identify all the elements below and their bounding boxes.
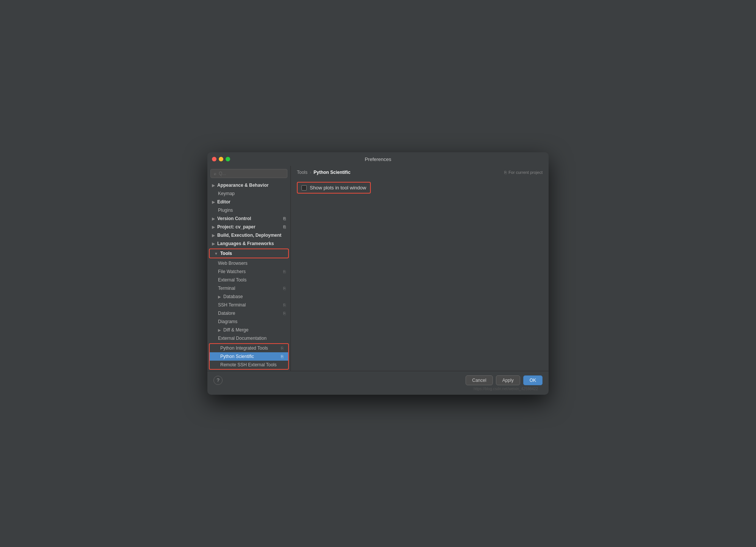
sidebar-label: Tools xyxy=(220,251,232,256)
sidebar-item-external-documentation[interactable]: External Documentation xyxy=(207,334,290,342)
show-plots-label[interactable]: Show plots in tool window xyxy=(301,185,366,191)
close-button[interactable] xyxy=(212,157,216,161)
breadcrumb-current: Python Scientific xyxy=(314,170,350,175)
sidebar-label: File Watchers xyxy=(218,269,246,274)
badge-icon: ⎘ xyxy=(281,346,284,350)
breadcrumb-separator: › xyxy=(310,170,311,175)
project-icon: ⎘ xyxy=(504,170,507,175)
sidebar-item-diff-merge[interactable]: ▶ Diff & Merge xyxy=(207,326,290,334)
sidebar-item-external-tools[interactable]: External Tools xyxy=(207,276,290,284)
sidebar-label: External Tools xyxy=(218,277,246,283)
tools-highlight-box: ▼ Tools xyxy=(209,248,289,258)
sidebar-item-diagrams[interactable]: Diagrams xyxy=(207,317,290,326)
arrow-icon: ▶ xyxy=(218,328,221,332)
sidebar-label: Version Control xyxy=(217,216,251,221)
sidebar-item-build[interactable]: ▶ Build, Execution, Deployment xyxy=(207,231,290,239)
breadcrumb: Tools › Python Scientific ⎘ For current … xyxy=(291,166,549,177)
sidebar-list: ▶ Appearance & Behavior Keymap ▶ Editor … xyxy=(207,181,290,371)
settings-panel: Show plots in tool window xyxy=(291,177,549,371)
show-plots-highlight: Show plots in tool window xyxy=(297,182,371,194)
sidebar-item-tools[interactable]: ▼ Tools xyxy=(210,249,288,258)
show-plots-checkbox[interactable] xyxy=(301,185,307,191)
sidebar-label: Languages & Frameworks xyxy=(217,241,274,246)
python-group-highlight: Python Integrated Tools ⎘ Python Scienti… xyxy=(209,343,289,370)
ok-button[interactable]: OK xyxy=(523,375,543,385)
sidebar-item-datalore[interactable]: Datalore ⎘ xyxy=(207,309,290,317)
sidebar-item-file-watchers[interactable]: File Watchers ⎘ xyxy=(207,267,290,276)
sidebar-label: Web Browsers xyxy=(218,261,248,266)
badge-icon: ⎘ xyxy=(283,311,286,316)
sidebar-label: Project: cv_paper xyxy=(217,224,256,230)
search-icon: ⌕ xyxy=(214,171,216,176)
arrow-icon: ▶ xyxy=(212,183,215,188)
arrow-icon: ▶ xyxy=(212,200,215,204)
sidebar-label: Diagrams xyxy=(218,319,237,324)
arrow-icon: ▶ xyxy=(218,295,221,299)
badge-icon: ⎘ xyxy=(283,225,286,229)
sidebar-label: Remote SSH External Tools xyxy=(220,362,277,367)
sidebar: ⌕ Q... ▶ Appearance & Behavior Keymap ▶ … xyxy=(207,166,291,371)
sidebar-item-web-browsers[interactable]: Web Browsers xyxy=(207,259,290,267)
sidebar-item-python-scientific[interactable]: Python Scientific ⎘ xyxy=(210,352,288,361)
sidebar-label: Datalore xyxy=(218,311,235,316)
sidebar-label: Python Integrated Tools xyxy=(220,345,268,351)
apply-button[interactable]: Apply xyxy=(496,375,520,385)
badge-icon: ⎘ xyxy=(283,269,286,274)
main-content: ⌕ Q... ▶ Appearance & Behavior Keymap ▶ … xyxy=(207,166,549,371)
sidebar-label: Plugins xyxy=(218,208,233,213)
sidebar-label: Build, Execution, Deployment xyxy=(217,233,281,238)
sidebar-item-appearance[interactable]: ▶ Appearance & Behavior xyxy=(207,181,290,189)
sidebar-item-editor[interactable]: ▶ Editor xyxy=(207,198,290,206)
help-button[interactable]: ? xyxy=(213,376,223,385)
content-area: Tools › Python Scientific ⎘ For current … xyxy=(291,166,549,371)
sidebar-item-python-integrated[interactable]: Python Integrated Tools ⎘ xyxy=(210,344,288,352)
sidebar-item-ssh-terminal[interactable]: SSH Terminal ⎘ xyxy=(207,301,290,309)
sidebar-item-plugins[interactable]: Plugins xyxy=(207,206,290,214)
footer-url: https://blog.csdn.net/weixin_42598422 xyxy=(207,386,543,392)
arrow-icon: ▶ xyxy=(212,217,215,221)
sidebar-item-database[interactable]: ▶ Database xyxy=(207,292,290,301)
sidebar-label: Editor xyxy=(217,199,231,205)
show-plots-text: Show plots in tool window xyxy=(310,185,366,191)
footer-right: Cancel Apply OK xyxy=(466,375,543,385)
arrow-icon: ▶ xyxy=(212,242,215,246)
sidebar-item-remote-ssh[interactable]: Remote SSH External Tools xyxy=(210,361,288,369)
sidebar-label: External Documentation xyxy=(218,336,267,341)
badge-icon: ⎘ xyxy=(281,354,284,359)
sidebar-label: Appearance & Behavior xyxy=(217,183,268,188)
maximize-button[interactable] xyxy=(226,157,230,161)
badge-icon: ⎘ xyxy=(283,286,286,291)
sidebar-item-keymap[interactable]: Keymap xyxy=(207,189,290,198)
sidebar-label: Keymap xyxy=(218,191,235,196)
preferences-window: Preferences ⌕ Q... ▶ Appearance & Behavi… xyxy=(207,152,549,395)
sidebar-label: SSH Terminal xyxy=(218,302,246,308)
sidebar-label: Database xyxy=(223,294,243,299)
sidebar-item-terminal[interactable]: Terminal ⎘ xyxy=(207,284,290,292)
window-title: Preferences xyxy=(365,156,391,162)
arrow-icon: ▶ xyxy=(212,225,215,229)
sidebar-label: Diff & Merge xyxy=(223,327,248,333)
title-bar: Preferences xyxy=(207,152,549,166)
for-project-label: For current project xyxy=(508,170,543,175)
footer-left: ? xyxy=(213,376,223,385)
search-box[interactable]: ⌕ Q... xyxy=(210,169,287,178)
traffic-lights xyxy=(212,157,230,161)
sidebar-item-project[interactable]: ▶ Project: cv_paper ⎘ xyxy=(207,223,290,231)
arrow-icon: ▶ xyxy=(212,233,215,238)
breadcrumb-tools[interactable]: Tools xyxy=(297,170,307,175)
arrow-icon: ▼ xyxy=(214,252,218,256)
badge-icon: ⎘ xyxy=(283,216,286,221)
minimize-button[interactable] xyxy=(219,157,223,161)
for-current-project: ⎘ For current project xyxy=(504,170,543,175)
cancel-button[interactable]: Cancel xyxy=(466,375,492,385)
badge-icon: ⎘ xyxy=(283,303,286,307)
sidebar-label: Python Scientific xyxy=(220,354,254,359)
sidebar-label: Terminal xyxy=(218,286,235,291)
search-placeholder: Q... xyxy=(219,171,226,176)
sidebar-item-version-control[interactable]: ▶ Version Control ⎘ xyxy=(207,214,290,223)
sidebar-item-languages[interactable]: ▶ Languages & Frameworks xyxy=(207,239,290,248)
